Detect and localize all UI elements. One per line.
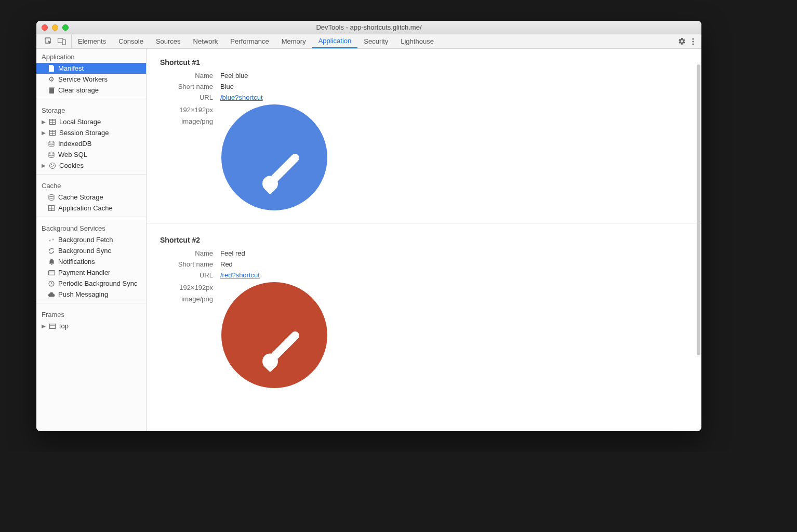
sidebar-item-background-sync[interactable]: Background Sync (36, 245, 146, 256)
sidebar-item-label: Periodic Background Sync (58, 280, 137, 287)
sidebar-item-payment-handler[interactable]: Payment Handler (36, 267, 146, 278)
close-icon[interactable] (42, 24, 48, 31)
sidebar: Application Manifest ⚙ Service Workers C… (36, 49, 147, 431)
sidebar-group-frames: Frames (36, 307, 146, 321)
sidebar-group-background: Background Services (36, 220, 146, 234)
tab-lighthouse[interactable]: Lighthouse (394, 34, 440, 48)
field-value-name: Feel red (220, 249, 245, 257)
grid-icon (48, 205, 55, 211)
field-label-shortname: Short name (160, 260, 220, 268)
tab-performance[interactable]: Performance (224, 34, 275, 48)
inspect-icon[interactable] (45, 37, 52, 45)
svg-point-14 (49, 141, 54, 143)
sidebar-item-label: Clear storage (58, 86, 99, 94)
sidebar-item-label: Push Messaging (58, 290, 108, 298)
sidebar-item-clear-storage[interactable]: Clear storage (36, 85, 146, 96)
field-value-shortname: Red (220, 260, 233, 268)
sidebar-group-application: Application (36, 49, 146, 63)
svg-point-15 (49, 152, 54, 154)
fetch-icon (48, 237, 55, 243)
sidebar-item-label: Cache Storage (58, 193, 103, 201)
svg-point-5 (692, 43, 694, 45)
icon-mime: image/png (160, 116, 213, 127)
devtools-window: DevTools - app-shortcuts.glitch.me/ Elem… (36, 21, 701, 431)
sidebar-item-label: Local Storage (59, 118, 101, 126)
brush-icon (270, 330, 301, 362)
brush-icon (270, 152, 301, 184)
svg-point-16 (50, 163, 56, 168)
panel-tabs: Elements Console Sources Network Perform… (72, 34, 440, 48)
sidebar-item-session-storage[interactable]: ▶ Session Storage (36, 127, 146, 138)
field-label-name: Name (160, 249, 220, 257)
scrollbar[interactable] (697, 64, 700, 355)
tab-console[interactable]: Console (112, 34, 150, 48)
tab-security[interactable]: Security (357, 34, 394, 48)
shortcut-url-link[interactable]: /red?shortcut (220, 271, 260, 279)
db-icon (48, 194, 55, 201)
db-icon (48, 152, 55, 158)
sidebar-item-manifest[interactable]: Manifest (36, 63, 146, 74)
sidebar-group-cache: Cache (36, 178, 146, 192)
trash-icon (48, 87, 55, 94)
tab-sources[interactable]: Sources (150, 34, 187, 48)
svg-rect-25 (48, 270, 55, 275)
field-label-shortname: Short name (160, 83, 220, 90)
tab-network[interactable]: Network (187, 34, 224, 48)
sidebar-item-background-fetch[interactable]: Background Fetch (36, 234, 146, 245)
more-icon[interactable] (692, 38, 694, 45)
sidebar-item-label: Web SQL (58, 151, 87, 158)
cookie-icon (49, 163, 56, 169)
frame-icon (49, 324, 56, 329)
cloud-icon (48, 292, 55, 297)
gear-icon: ⚙ (48, 75, 55, 83)
clock-icon (48, 281, 55, 287)
tab-memory[interactable]: Memory (275, 34, 312, 48)
gear-icon[interactable] (678, 37, 686, 45)
chevron-right-icon: ▶ (42, 163, 46, 168)
sidebar-item-top[interactable]: ▶ top (36, 321, 146, 331)
tab-elements[interactable]: Elements (72, 34, 112, 48)
minimize-icon[interactable] (52, 24, 58, 31)
field-value-name: Feel blue (220, 72, 248, 79)
sidebar-item-label: Background Fetch (58, 236, 113, 244)
chevron-right-icon: ▶ (42, 119, 46, 125)
sidebar-item-notifications[interactable]: Notifications (36, 256, 146, 267)
sidebar-item-label: Notifications (58, 258, 95, 265)
sidebar-item-label: Session Storage (59, 129, 109, 137)
svg-point-19 (51, 166, 52, 167)
svg-point-18 (53, 165, 54, 166)
sync-icon (48, 248, 55, 254)
svg-rect-2 (62, 39, 65, 45)
sidebar-item-local-storage[interactable]: ▶ Local Storage (36, 116, 146, 127)
sidebar-item-application-cache[interactable]: Application Cache (36, 203, 146, 214)
sidebar-item-label: Payment Handler (58, 269, 110, 276)
sidebar-item-label: top (59, 322, 69, 330)
field-label-url: URL (160, 271, 220, 279)
bell-icon (48, 259, 55, 265)
sidebar-item-service-workers[interactable]: ⚙ Service Workers (36, 74, 146, 85)
toolbar: Elements Console Sources Network Perform… (36, 34, 701, 49)
sidebar-item-websql[interactable]: Web SQL (36, 149, 146, 160)
sidebar-item-cookies[interactable]: ▶ Cookies (36, 160, 146, 171)
sidebar-item-periodic-sync[interactable]: Periodic Background Sync (36, 278, 146, 289)
sidebar-item-label: Manifest (58, 64, 84, 72)
shortcut-url-link[interactable]: /blue?shortcut (220, 94, 263, 101)
shortcut-icon-preview (221, 104, 327, 210)
sidebar-item-push-messaging[interactable]: Push Messaging (36, 289, 146, 300)
card-icon (48, 270, 55, 275)
sidebar-item-label: Application Cache (58, 204, 113, 212)
grid-icon (49, 119, 56, 125)
field-value-shortname: Blue (220, 83, 234, 90)
sidebar-item-indexeddb[interactable]: IndexedDB (36, 138, 146, 149)
main-pane: Shortcut #1 Name Feel blue Short name Bl… (147, 49, 701, 431)
sidebar-item-cache-storage[interactable]: Cache Storage (36, 192, 146, 203)
icon-size: 192×192px (160, 104, 213, 116)
sidebar-item-label: Service Workers (58, 75, 108, 83)
svg-rect-28 (50, 324, 56, 328)
device-toggle-icon[interactable] (58, 38, 66, 45)
zoom-icon[interactable] (62, 24, 69, 31)
chevron-right-icon: ▶ (42, 323, 46, 329)
tab-application[interactable]: Application (312, 34, 358, 48)
grid-icon (49, 130, 56, 136)
sidebar-item-label: Cookies (59, 162, 84, 169)
